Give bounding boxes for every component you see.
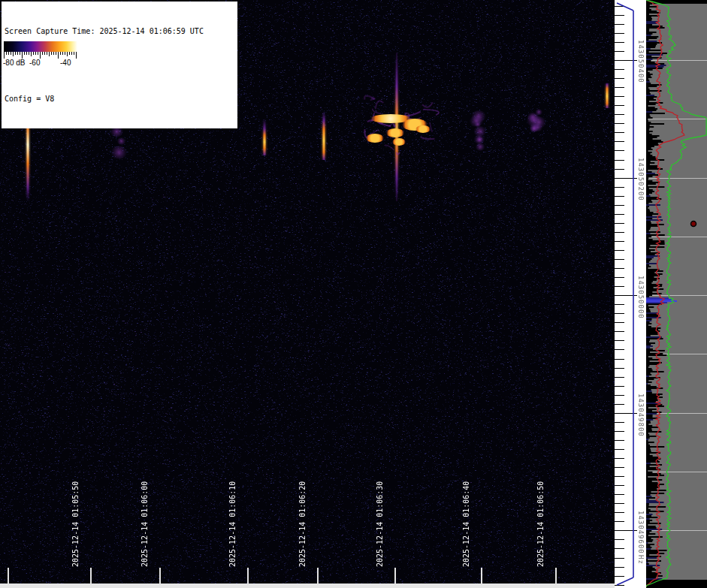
- colorbar-gradient: [4, 41, 77, 52]
- time-tick: [481, 568, 482, 583]
- time-label: 2025-12-14 01:06:20: [298, 481, 307, 567]
- colorbar-db-label: -40: [60, 59, 71, 68]
- freq-label: 143050200: [636, 158, 645, 201]
- time-tick: [555, 568, 557, 583]
- time-label: 2025-12-14 01:06:40: [462, 481, 471, 567]
- time-tick: [8, 568, 9, 583]
- intensity-colorbar-legend: -80 dB-60-40: [2, 39, 80, 69]
- time-label: 2025-12-14 01:06:10: [228, 481, 237, 567]
- time-tick: [247, 568, 249, 583]
- side-spectrum-panel: [646, 0, 707, 588]
- freq-label: 143050400: [636, 40, 645, 83]
- colorbar-db-label: -80 dB: [3, 59, 25, 68]
- time-tick: [317, 568, 319, 583]
- capture-time-text: Screen Capture Time: 2025-12-14 01:06:59…: [5, 26, 234, 37]
- time-label: 2025-12-14 01:06:50: [536, 481, 545, 567]
- freq-label: 143050000: [636, 276, 645, 319]
- time-axis-baseline: [0, 583, 615, 588]
- freq-unit-label: Hz: [636, 555, 645, 565]
- capture-config-text: Config = V8: [5, 93, 234, 104]
- colorbar-db-label: -60: [29, 59, 40, 68]
- spectrogram-capture-window: Screen Capture Time: 2025-12-14 01:06:59…: [0, 0, 707, 588]
- freq-label: 143049600: [636, 511, 645, 554]
- freq-label: 143049800: [636, 394, 645, 437]
- time-tick: [159, 568, 161, 583]
- time-tick: [90, 568, 92, 583]
- time-label: 2025-12-14 01:06:30: [376, 481, 385, 567]
- time-label: 2025-12-14 01:06:00: [140, 481, 150, 567]
- time-label: 2025-12-14 01:05:50: [71, 481, 80, 567]
- colorbar-ruler: [4, 52, 78, 59]
- time-tick: [394, 568, 396, 583]
